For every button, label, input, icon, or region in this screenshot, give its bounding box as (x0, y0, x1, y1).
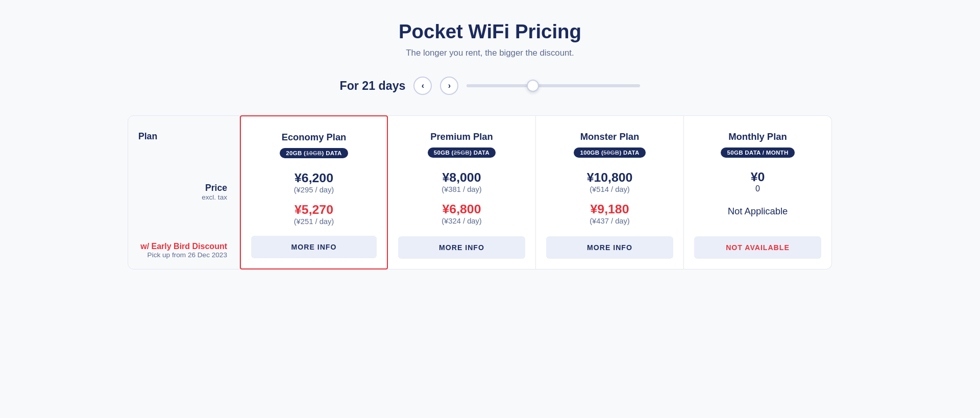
early-bird-label: w/ Early Bird Discount (140, 242, 227, 251)
monthly-data-badge: 50GB DATA / MONTH (721, 147, 794, 158)
row-plan: Plan (138, 131, 227, 142)
label-column: Plan Price excl. tax w/ Early Bird Disco… (128, 115, 240, 269)
economy-discounted-per-day: (¥251 / day) (294, 217, 334, 226)
economy-plan-name: Economy Plan (282, 132, 347, 143)
premium-discounted-per-day: (¥324 / day) (442, 217, 482, 225)
slider-fill (467, 84, 536, 87)
monthly-plan-name: Monthly Plan (728, 131, 787, 142)
days-slider-track[interactable] (467, 84, 640, 87)
days-selector: For 21 days ‹ › (340, 77, 641, 95)
economy-badge-new: 20GB (286, 150, 302, 156)
monster-more-info-button[interactable]: MORE INFO (546, 236, 673, 259)
pickup-label: Pick up from 26 Dec 2023 (148, 251, 227, 259)
label-rows: Plan Price excl. tax w/ Early Bird Disco… (138, 131, 227, 259)
premium-discounted-price: ¥6,800 (443, 202, 481, 217)
row-price: Price excl. tax (138, 183, 227, 201)
monthly-sub-price: 0 (755, 184, 760, 193)
prev-days-button[interactable]: ‹ (413, 77, 432, 95)
economy-data-badge: 20GB (10GB) DATA (280, 148, 348, 158)
monthly-not-available-button[interactable]: NOT AVAILABLE (694, 236, 821, 259)
monster-badge-crossed: 50GB (603, 150, 619, 156)
slider-thumb[interactable] (527, 80, 539, 92)
monster-price: ¥10,800 (587, 170, 633, 185)
premium-data-badge: 50GB (25GB) DATA (428, 147, 496, 158)
plan-label: Plan (138, 131, 157, 141)
premium-price: ¥8,000 (443, 170, 481, 185)
monster-per-day: (¥514 / day) (590, 185, 630, 193)
premium-badge-new: 50GB (434, 150, 450, 156)
monthly-price: ¥0 (751, 170, 765, 184)
monster-discounted-price: ¥9,180 (591, 202, 629, 217)
excl-tax-label: excl. tax (202, 193, 227, 201)
page-title: Pocket WiFi Pricing (399, 20, 581, 43)
monster-plan-card: Monster Plan 100GB (50GB) DATA ¥10,800 (… (536, 115, 684, 269)
next-days-button[interactable]: › (440, 77, 458, 95)
pricing-grid: Plan Price excl. tax w/ Early Bird Disco… (128, 115, 852, 269)
monster-plan-name: Monster Plan (580, 131, 639, 142)
price-label: Price (205, 183, 227, 193)
monster-discounted-per-day: (¥437 / day) (590, 217, 630, 225)
economy-discounted-price: ¥5,270 (295, 202, 333, 217)
economy-badge-crossed: 10GB (306, 150, 322, 156)
economy-more-info-button[interactable]: MORE INFO (251, 236, 377, 258)
premium-badge-crossed: 25GB (454, 150, 470, 156)
monster-badge-new: 100GB (580, 150, 599, 156)
economy-plan-card: Economy Plan 20GB (10GB) DATA ¥6,200 (¥2… (240, 115, 388, 269)
premium-plan-name: Premium Plan (430, 131, 493, 142)
economy-price: ¥6,200 (295, 170, 333, 186)
premium-plan-card: Premium Plan 50GB (25GB) DATA ¥8,000 (¥3… (388, 115, 536, 269)
premium-per-day: (¥381 / day) (442, 185, 482, 193)
days-label: For 21 days (340, 79, 406, 93)
monster-data-badge: 100GB (50GB) DATA (574, 147, 645, 158)
economy-per-day: (¥295 / day) (294, 186, 334, 194)
page-subtitle: The longer you rent, the bigger the disc… (406, 48, 574, 58)
monthly-plan-card: Monthly Plan 50GB DATA / MONTH ¥0 0 Not … (684, 115, 832, 269)
premium-more-info-button[interactable]: MORE INFO (398, 236, 525, 259)
monthly-not-applicable: Not Applicable (728, 206, 788, 217)
row-earlybird: w/ Early Bird Discount Pick up from 26 D… (138, 242, 227, 259)
